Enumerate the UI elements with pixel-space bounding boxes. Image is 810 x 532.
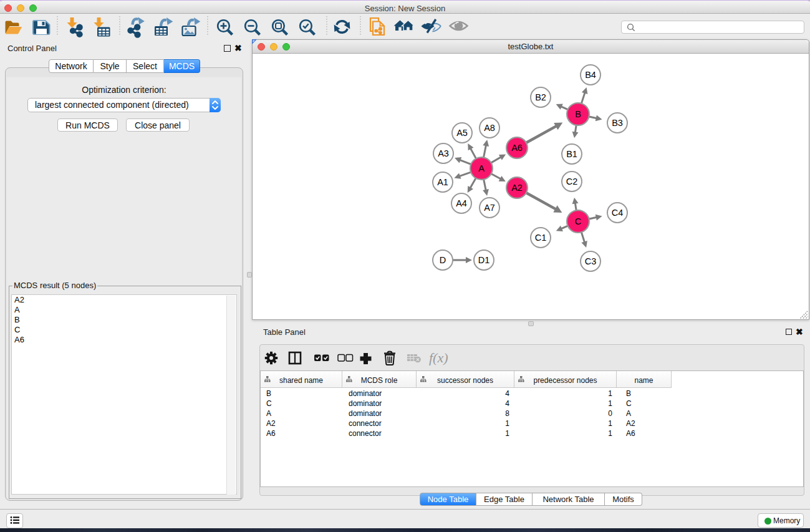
svg-text:C3: C3 bbox=[585, 256, 597, 266]
svg-text:B4: B4 bbox=[585, 70, 596, 80]
svg-text:B3: B3 bbox=[612, 118, 623, 128]
svg-text:A: A bbox=[478, 163, 485, 173]
svg-text:D1: D1 bbox=[478, 255, 490, 265]
svg-text:C1: C1 bbox=[535, 233, 547, 243]
svg-text:A5: A5 bbox=[456, 128, 468, 138]
svg-text:A2: A2 bbox=[511, 183, 523, 193]
svg-text:A6: A6 bbox=[511, 143, 523, 153]
svg-text:A3: A3 bbox=[438, 148, 449, 158]
svg-text:B: B bbox=[575, 109, 581, 119]
svg-text:C: C bbox=[575, 216, 581, 226]
svg-text:C4: C4 bbox=[612, 208, 624, 218]
svg-text:B2: B2 bbox=[535, 92, 546, 102]
svg-text:f(x): f(x) bbox=[429, 350, 448, 365]
svg-text:A4: A4 bbox=[456, 198, 467, 208]
svg-text:B1: B1 bbox=[566, 149, 577, 159]
svg-text:C2: C2 bbox=[566, 177, 578, 186]
svg-text:D: D bbox=[440, 255, 446, 265]
svg-text:A1: A1 bbox=[437, 177, 448, 187]
svg-text:A7: A7 bbox=[484, 203, 495, 213]
svg-text:A8: A8 bbox=[484, 123, 495, 133]
